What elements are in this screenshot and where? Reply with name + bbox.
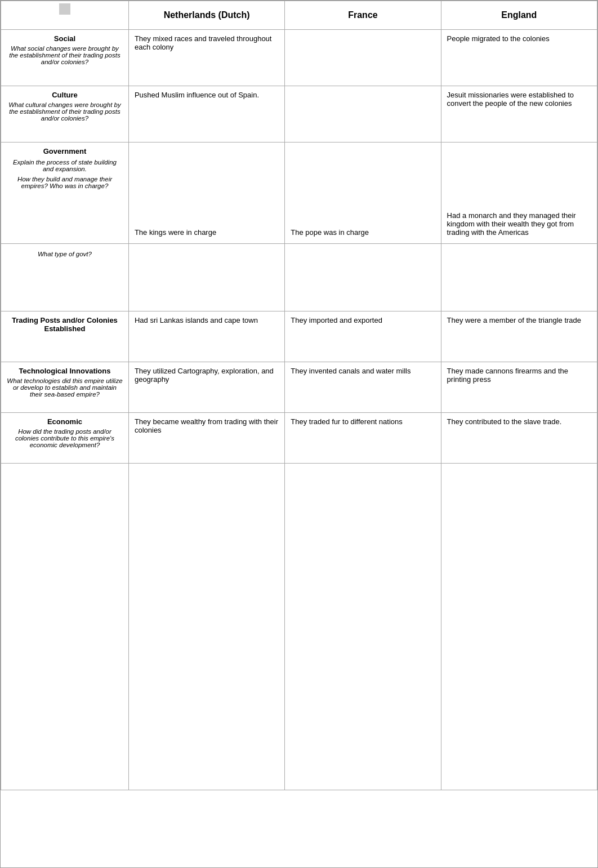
economic-label: Economic [7,417,123,426]
trading-england: They were a member of the triangle trade [441,311,597,362]
tech-france: They invented canals and water mills [285,362,441,413]
tech-label-cell: Technological Innovations What technolog… [1,362,129,413]
social-france [285,30,441,86]
govt-type-label: What type of govt? [7,251,123,257]
govt-type-france [285,244,441,311]
culture-england: Jesuit missionaries were established to … [441,86,597,143]
social-label: Social [7,34,123,43]
france-header: France [285,1,441,30]
govt-type-label-cell: What type of govt? [1,244,129,311]
govt-type-netherlands [128,244,284,311]
culture-label-cell: Culture What cultural changes were broug… [1,86,129,143]
tech-label: Technological Innovations [7,367,123,375]
empty-france [285,464,441,790]
empty-england [441,464,597,790]
tech-sublabel: What technologies did this empire utiliz… [7,377,123,398]
trading-label: Trading Posts and/or Colonies Establishe… [7,316,123,333]
empty-label [1,464,129,790]
economic-sublabel: How did the trading posts and/or colonie… [7,428,123,448]
tech-england: They made cannons firearms and the print… [441,362,597,413]
economic-netherlands: They became wealthy from trading with th… [128,413,284,464]
culture-sublabel: What cultural changes were brought by th… [7,101,123,122]
culture-france [285,86,441,143]
government-netherlands: The kings were in charge [128,143,284,244]
economic-france: They traded fur to different nations [285,413,441,464]
government-label-cell: Government Explain the process of state … [1,143,129,244]
govt-type-england [441,244,597,311]
government-france: The pope was in charge [285,143,441,244]
empty-netherlands [128,464,284,790]
government-label: Government [7,147,123,155]
trading-label-cell: Trading Posts and/or Colonies Establishe… [1,311,129,362]
culture-netherlands: Pushed Muslim influence out of Spain. [128,86,284,143]
page: Netherlands (Dutch) France England Socia… [0,0,598,868]
government-sublabel2: How they build and manage their empires?… [7,176,123,189]
tech-netherlands: They utilized Cartography, exploration, … [128,362,284,413]
social-england: People migrated to the colonies [441,30,597,86]
trading-france: They imported and exported [285,311,441,362]
trading-netherlands: Had sri Lankas islands and cape town [128,311,284,362]
government-england: Had a monarch and they managed their kin… [441,143,597,244]
england-header: England [441,1,597,30]
logo [59,3,70,15]
social-label-cell: Social What social changes were brought … [1,30,129,86]
economic-england: They contributed to the slave trade. [441,413,597,464]
government-sublabel1: Explain the process of state building an… [7,159,123,172]
social-netherlands: They mixed races and traveled throughout… [128,30,284,86]
social-sublabel: What social changes were brought by the … [7,45,123,65]
netherlands-header: Netherlands (Dutch) [128,1,284,30]
economic-label-cell: Economic How did the trading posts and/o… [1,413,129,464]
culture-label: Culture [7,91,123,99]
